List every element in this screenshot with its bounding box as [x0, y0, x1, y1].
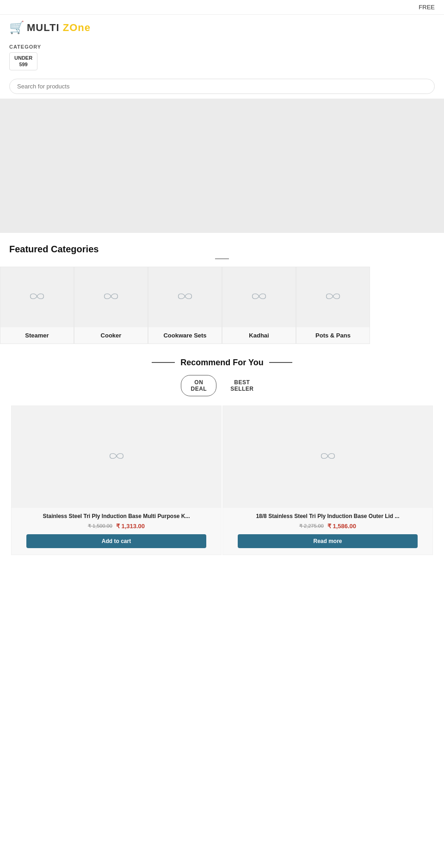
categories-scroll: Steamer Cooker Cookware Sets [0, 267, 444, 344]
category-image-cooker [74, 267, 148, 327]
recommend-section: Recommend For You ONDEAL BESTSELLER Stai… [0, 344, 444, 563]
category-image-cookware [148, 267, 222, 327]
product-loading-icon-2 [320, 451, 336, 463]
topbar-label: FREE [419, 4, 435, 11]
product-name-2: 18/8 Stainless Steel Tri Ply Induction B… [228, 512, 428, 520]
banner [0, 99, 444, 233]
category-section: CATEGORY UNDER 599 [0, 40, 444, 74]
product-card-2: 18/8 Stainless Steel Tri Ply Induction B… [222, 406, 433, 556]
recommend-title-row: Recommend For You [9, 358, 435, 368]
product-name-1: Stainless Steel Tri Ply Induction Base M… [16, 512, 216, 520]
category-card-pots[interactable]: Pots & Pans [296, 267, 370, 344]
header: 🛒 MULTI ZOne [0, 15, 444, 40]
featured-categories-section: Featured Categories Steamer Cooker [0, 233, 444, 344]
top-bar: FREE [0, 0, 444, 15]
product-loading-icon-1 [108, 451, 125, 463]
featured-divider [215, 258, 229, 259]
product-original-price-1: ₹ 1,500.00 [88, 523, 112, 529]
category-badge[interactable]: UNDER 599 [9, 52, 37, 70]
logo-zone: ZOne [63, 22, 91, 33]
category-card-steamer[interactable]: Steamer [0, 267, 74, 344]
product-sale-price-2: ₹ 1,586.00 [327, 523, 356, 530]
category-image-pots [296, 267, 370, 327]
loading-icon [325, 291, 341, 303]
loading-icon [103, 291, 119, 303]
category-card-cookware[interactable]: Cookware Sets [148, 267, 222, 344]
category-name-steamer: Steamer [22, 327, 51, 343]
logo-multi: MULTI [27, 22, 60, 33]
category-name-cookware: Cookware Sets [160, 327, 209, 343]
featured-title: Featured Categories [0, 233, 444, 255]
logo[interactable]: 🛒 MULTI ZOne [9, 20, 91, 35]
product-original-price-2: ₹ 2,275.00 [299, 523, 324, 529]
category-label: CATEGORY [9, 44, 435, 50]
recommend-title: Recommend For You [180, 358, 263, 368]
category-image-kadhai [222, 267, 296, 327]
product-sale-price-1: ₹ 1,313.00 [116, 523, 145, 530]
search-input[interactable] [9, 79, 435, 94]
category-name-kadhai: Kadhai [246, 327, 271, 343]
products-grid: Stainless Steel Tri Ply Induction Base M… [9, 406, 435, 556]
loading-icon [29, 291, 45, 303]
badge-line1: UNDER [14, 55, 32, 61]
add-to-cart-button-1[interactable]: Add to cart [26, 534, 207, 548]
category-card-kadhai[interactable]: Kadhai [222, 267, 296, 344]
product-image-1 [12, 406, 221, 508]
product-image-2 [223, 406, 432, 508]
recommend-tabs: ONDEAL BESTSELLER [9, 375, 435, 396]
product-info-2: 18/8 Stainless Steel Tri Ply Induction B… [223, 508, 432, 555]
tab-best-seller[interactable]: BESTSELLER [221, 375, 263, 396]
loading-icon [251, 291, 267, 303]
category-name-pots: Pots & Pans [313, 327, 353, 343]
loading-icon [177, 291, 193, 303]
product-prices-2: ₹ 2,275.00 ₹ 1,586.00 [228, 523, 428, 530]
product-card-1: Stainless Steel Tri Ply Induction Base M… [11, 406, 222, 556]
tab-on-deal[interactable]: ONDEAL [181, 375, 216, 396]
product-info-1: Stainless Steel Tri Ply Induction Base M… [12, 508, 221, 555]
read-more-button-2[interactable]: Read more [238, 534, 418, 548]
category-image-steamer [0, 267, 74, 327]
recommend-left-line [152, 362, 175, 363]
category-name-cooker: Cooker [98, 327, 124, 343]
logo-text: MULTI ZOne [27, 22, 91, 34]
cart-icon: 🛒 [9, 20, 24, 35]
recommend-right-line [269, 362, 292, 363]
category-card-cooker[interactable]: Cooker [74, 267, 148, 344]
product-prices-1: ₹ 1,500.00 ₹ 1,313.00 [16, 523, 216, 530]
badge-line2: 599 [19, 62, 27, 67]
